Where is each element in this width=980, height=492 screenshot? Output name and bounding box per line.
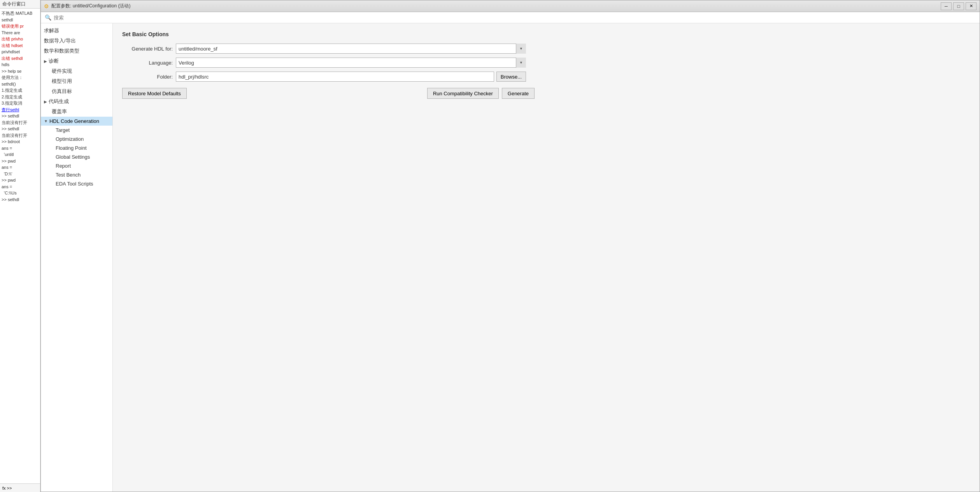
sidebar-label: 代码生成 xyxy=(49,98,69,105)
sidebar-item-coverage[interactable]: 覆盖率 xyxy=(41,107,112,117)
generate-hdl-label: Generate HDL for: xyxy=(122,46,173,52)
sidebar-item-hdl-code-generation[interactable]: ▼ HDL Code Generation xyxy=(41,117,112,126)
matlab-line: >> help se xyxy=(2,68,39,75)
generate-hdl-control: untitled/moore_sf ▼ xyxy=(176,44,526,54)
sidebar-item-test-bench[interactable]: Test Bench xyxy=(41,170,112,179)
sidebar-item-floating-point[interactable]: Floating Point xyxy=(41,144,112,152)
sidebar-label: Global Settings xyxy=(56,154,90,160)
matlab-line: >> sethdl xyxy=(2,113,39,119)
sidebar-label: Report xyxy=(56,163,71,169)
minimize-button[interactable]: ─ xyxy=(941,2,952,10)
sidebar-label: 覆盖率 xyxy=(52,108,67,115)
matlab-title-bar: 命令行窗口 xyxy=(0,0,40,9)
sidebar-label: 数学和数据类型 xyxy=(44,47,79,54)
matlab-line: 当前没有打开 xyxy=(2,119,39,126)
button-row: Restore Model Defaults Run Compatibility… xyxy=(122,88,535,99)
sidebar-item-global-settings[interactable]: Global Settings xyxy=(41,152,112,161)
matlab-line[interactable]: 查行sethl xyxy=(2,107,39,113)
maximize-button[interactable]: □ xyxy=(953,2,964,10)
sidebar-item-report[interactable]: Report xyxy=(41,161,112,170)
config-icon: ⚙ xyxy=(44,3,49,9)
generate-button[interactable]: Generate xyxy=(502,88,535,99)
folder-input[interactable] xyxy=(176,72,494,82)
matlab-line: >> bdroot xyxy=(2,138,39,145)
sidebar-item-optimization[interactable]: Optimization xyxy=(41,135,112,144)
matlab-line: 出错 sethdl xyxy=(2,55,39,62)
browse-button[interactable]: Browse... xyxy=(496,72,526,82)
matlab-line: 出错 privho xyxy=(2,36,39,42)
config-title-label: 配置参数: untitled/Configuration (活动) xyxy=(51,3,130,9)
matlab-line: privhdlset xyxy=(2,49,39,55)
run-compatibility-checker-button[interactable]: Run Compatibility Checker xyxy=(427,88,499,99)
sidebar-label: Target xyxy=(56,127,70,133)
search-bar: 🔍 xyxy=(41,12,980,23)
close-button[interactable]: ✕ xyxy=(966,2,976,10)
matlab-line: 1.指定生成 xyxy=(2,87,39,94)
window-controls: ─ □ ✕ xyxy=(941,2,976,10)
matlab-line: ans = xyxy=(2,145,39,152)
matlab-line: ans = xyxy=(2,184,39,190)
folder-row: Folder: Browse... xyxy=(122,72,970,82)
matlab-line: >> pwd xyxy=(2,177,39,184)
matlab-line: 3.指定取消 xyxy=(2,100,39,107)
language-select-container: Verilog ▼ xyxy=(176,58,526,68)
matlab-line: 不熟悉 MATLAB xyxy=(2,10,39,17)
sidebar: 求解器 数据导入/导出 数学和数据类型 ▶ 诊断 硬件实现 模型引用 仿真目标 xyxy=(41,23,113,492)
sidebar-label: Optimization xyxy=(56,136,84,142)
generate-hdl-select[interactable]: untitled/moore_sf xyxy=(176,44,526,54)
sidebar-item-code-generation[interactable]: ▶ 代码生成 xyxy=(41,96,112,107)
sidebar-item-solver[interactable]: 求解器 xyxy=(41,26,112,36)
sidebar-item-eda-tool-scripts[interactable]: EDA Tool Scripts xyxy=(41,179,112,188)
matlab-content: 不熟悉 MATLAB sethdl 错误使用 pr There are 出错 p… xyxy=(0,9,40,483)
sidebar-item-model-referencing[interactable]: 模型引用 xyxy=(41,76,112,86)
matlab-line: >> sethdl xyxy=(2,126,39,132)
matlab-line: >> pwd xyxy=(2,158,39,165)
right-buttons: Run Compatibility Checker Generate xyxy=(427,88,535,99)
matlab-line: sethdl xyxy=(2,17,39,23)
matlab-line: 'untitl xyxy=(2,151,39,158)
sidebar-label: Test Bench xyxy=(56,172,81,178)
folder-label: Folder: xyxy=(122,74,173,80)
chevron-right-icon: ▶ xyxy=(44,59,47,63)
config-body: 求解器 数据导入/导出 数学和数据类型 ▶ 诊断 硬件实现 模型引用 仿真目标 xyxy=(41,23,980,492)
section-title: Set Basic Options xyxy=(122,31,970,37)
sidebar-item-hardware-impl[interactable]: 硬件实现 xyxy=(41,66,112,76)
sidebar-item-simulation-target[interactable]: 仿真目标 xyxy=(41,86,112,96)
matlab-panel: 命令行窗口 不熟悉 MATLAB sethdl 错误使用 pr There ar… xyxy=(0,0,40,492)
matlab-line: 'D:\\' xyxy=(2,171,39,177)
generate-hdl-select-container: untitled/moore_sf ▼ xyxy=(176,44,526,54)
matlab-line: 使用方法： xyxy=(2,74,39,81)
search-icon: 🔍 xyxy=(45,14,51,21)
matlab-title: 命令行窗口 xyxy=(2,1,26,7)
config-title-text: ⚙ 配置参数: untitled/Configuration (活动) xyxy=(44,3,130,9)
sidebar-label: 诊断 xyxy=(49,58,59,65)
language-label: Language: xyxy=(122,60,173,66)
matlab-bottom-bar: fx >> xyxy=(0,483,40,492)
sidebar-label: 仿真目标 xyxy=(52,88,72,95)
restore-defaults-button[interactable]: Restore Model Defaults xyxy=(122,88,187,99)
matlab-line: sethdl() xyxy=(2,81,39,88)
sidebar-label: 模型引用 xyxy=(52,78,72,85)
sidebar-label: HDL Code Generation xyxy=(49,118,99,124)
language-row: Language: Verilog ▼ xyxy=(122,58,970,68)
folder-control: Browse... xyxy=(176,72,526,82)
search-input[interactable] xyxy=(54,15,976,21)
sidebar-item-data-import-export[interactable]: 数据导入/导出 xyxy=(41,36,112,46)
matlab-line: 出错 hdlset xyxy=(2,42,39,49)
generate-hdl-row: Generate HDL for: untitled/moore_sf ▼ xyxy=(122,44,970,54)
matlab-line: There are xyxy=(2,30,39,36)
chevron-right-icon: ▶ xyxy=(44,100,47,104)
sidebar-item-math-data-types[interactable]: 数学和数据类型 xyxy=(41,46,112,56)
matlab-line: ans = xyxy=(2,164,39,171)
sidebar-label: EDA Tool Scripts xyxy=(56,181,93,187)
sidebar-item-target[interactable]: Target xyxy=(41,126,112,135)
sidebar-label: 硬件实现 xyxy=(52,68,72,75)
language-control: Verilog ▼ xyxy=(176,58,526,68)
language-select[interactable]: Verilog xyxy=(176,58,526,68)
matlab-line: 2.指定生成 xyxy=(2,94,39,100)
main-content: Set Basic Options Generate HDL for: unti… xyxy=(113,23,980,492)
config-window: ⚙ 配置参数: untitled/Configuration (活动) ─ □ … xyxy=(40,0,980,492)
matlab-line: 错误使用 pr xyxy=(2,23,39,30)
sidebar-item-diagnostics[interactable]: ▶ 诊断 xyxy=(41,56,112,66)
sidebar-label: Floating Point xyxy=(56,145,87,151)
